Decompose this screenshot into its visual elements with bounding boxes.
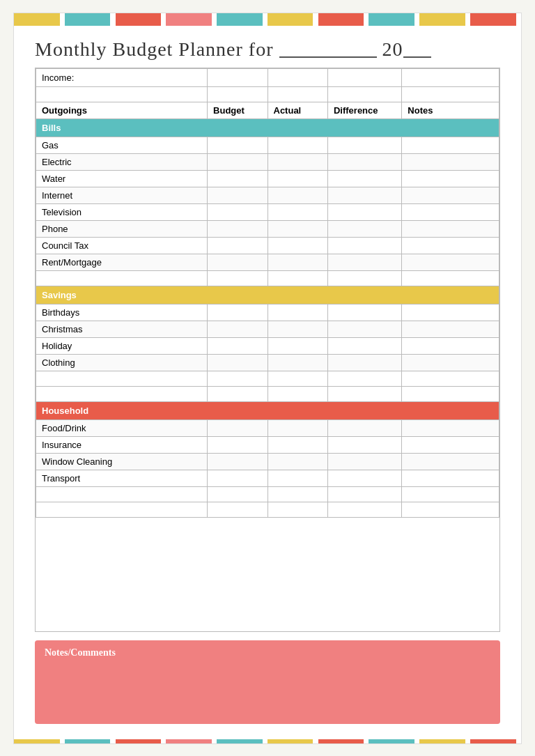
income-row: Income:: [36, 68, 499, 86]
item-clothing: Clothing: [36, 354, 208, 371]
notes-comments-section: Notes/Comments: [35, 640, 500, 724]
empty-row-3: [36, 371, 499, 386]
item-water: Water: [36, 170, 208, 187]
row-television: Television: [36, 203, 499, 220]
item-internet: Internet: [36, 187, 208, 203]
row-transport: Transport: [36, 470, 499, 486]
item-phone: Phone: [36, 220, 208, 237]
empty-row-5: [36, 486, 499, 502]
bottom-deco-bar: [14, 731, 521, 743]
title-area: Monthly Budget Planner for 20: [14, 26, 521, 68]
item-television: Television: [36, 203, 208, 220]
empty-row-2: [36, 270, 499, 286]
item-council-tax: Council Tax: [36, 237, 208, 254]
row-food-drink: Food/Drink: [36, 419, 499, 436]
row-internet: Internet: [36, 187, 499, 203]
row-birthdays: Birthdays: [36, 304, 499, 321]
row-gas: Gas: [36, 137, 499, 153]
row-christmas: Christmas: [36, 321, 499, 337]
item-holiday: Holiday: [36, 337, 208, 354]
item-insurance: Insurance: [36, 436, 208, 453]
bills-header-row: Bills: [36, 118, 499, 137]
item-electric: Electric: [36, 153, 208, 170]
budget-table: Income: Outgoings Budget Actual Differen…: [36, 68, 499, 518]
item-food-drink: Food/Drink: [36, 419, 208, 436]
row-electric: Electric: [36, 153, 499, 170]
title-part1: Monthly Budget Planner for: [35, 38, 279, 60]
household-header-row: Household: [36, 401, 499, 419]
empty-row-6: [36, 502, 499, 517]
row-rent-mortgage: Rent/Mortgage: [36, 254, 499, 270]
col-difference: Difference: [327, 102, 401, 118]
notes-label: Notes/Comments: [45, 647, 490, 658]
item-gas: Gas: [36, 137, 208, 153]
bills-label: Bills: [36, 118, 499, 137]
row-council-tax: Council Tax: [36, 237, 499, 254]
empty-row-1: [36, 86, 499, 102]
item-transport: Transport: [36, 470, 208, 486]
item-christmas: Christmas: [36, 321, 208, 337]
row-water: Water: [36, 170, 499, 187]
savings-header-row: Savings: [36, 286, 499, 304]
row-phone: Phone: [36, 220, 499, 237]
col-actual: Actual: [268, 102, 327, 118]
row-window-cleaning: Window Cleaning: [36, 453, 499, 470]
row-holiday: Holiday: [36, 337, 499, 354]
title-year-line: [403, 56, 431, 58]
title-line: [279, 56, 377, 58]
item-birthdays: Birthdays: [36, 304, 208, 321]
page: Monthly Budget Planner for 20 Income: Ou…: [13, 13, 522, 744]
col-outgoings: Outgoings: [36, 102, 208, 118]
column-header-row: Outgoings Budget Actual Difference Notes: [36, 102, 499, 118]
top-deco-bar: [14, 13, 521, 26]
col-notes: Notes: [402, 102, 499, 118]
budget-table-container: Income: Outgoings Budget Actual Differen…: [35, 68, 500, 632]
item-rent-mortgage: Rent/Mortgage: [36, 254, 208, 270]
row-insurance: Insurance: [36, 436, 499, 453]
household-label: Household: [36, 401, 499, 419]
empty-row-4: [36, 386, 499, 401]
savings-label: Savings: [36, 286, 499, 304]
income-label: Income:: [36, 68, 208, 86]
row-clothing: Clothing: [36, 354, 499, 371]
col-budget: Budget: [208, 102, 268, 118]
item-window-cleaning: Window Cleaning: [36, 453, 208, 470]
title-part2: 20: [377, 38, 403, 60]
page-title: Monthly Budget Planner for 20: [35, 38, 431, 60]
